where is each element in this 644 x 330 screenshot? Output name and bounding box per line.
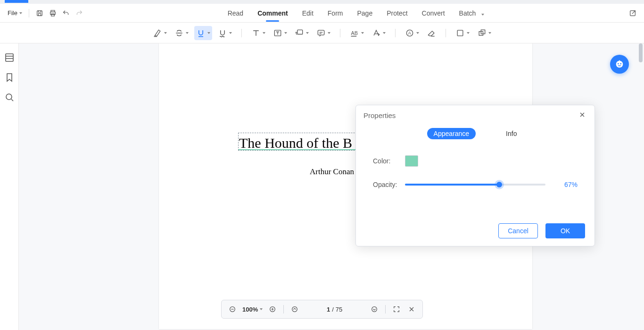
page-separator: / bbox=[332, 306, 334, 313]
tab-comment[interactable]: Comment bbox=[257, 9, 288, 17]
fullscreen-icon[interactable] bbox=[391, 304, 402, 314]
search-icon[interactable] bbox=[4, 92, 15, 103]
chevron-down-icon bbox=[164, 32, 167, 34]
svg-point-19 bbox=[620, 63, 621, 65]
note-tool[interactable] bbox=[314, 26, 332, 40]
title-tab-bar bbox=[0, 0, 644, 4]
divider bbox=[29, 9, 29, 17]
area-highlight-tool[interactable]: AB bbox=[348, 26, 366, 40]
svg-point-17 bbox=[616, 61, 623, 68]
external-link-icon[interactable] bbox=[626, 7, 639, 20]
scroll-up-icon[interactable] bbox=[289, 304, 300, 314]
tab-form[interactable]: Form bbox=[328, 9, 343, 17]
properties-dialog: Properties Appearance Info Color: Opacit… bbox=[355, 105, 595, 246]
slider-fill bbox=[405, 184, 499, 186]
zoom-value: 100% bbox=[242, 306, 258, 313]
highlight-tool[interactable] bbox=[151, 26, 169, 40]
svg-text:AB: AB bbox=[351, 30, 358, 36]
chevron-down-icon bbox=[207, 32, 210, 34]
file-menu-label: File bbox=[8, 9, 17, 17]
tab-page[interactable]: Page bbox=[357, 9, 372, 17]
replace-text-tool[interactable] bbox=[370, 26, 388, 40]
save-icon[interactable] bbox=[33, 7, 46, 20]
active-window-tab[interactable] bbox=[5, 0, 28, 3]
divider bbox=[385, 305, 386, 313]
chevron-down-icon bbox=[260, 308, 263, 310]
tab-convert[interactable]: Convert bbox=[422, 9, 445, 17]
svg-point-22 bbox=[292, 307, 297, 312]
tab-edit[interactable]: Edit bbox=[302, 9, 314, 17]
zoom-level[interactable]: 100% bbox=[242, 306, 263, 313]
file-menu[interactable]: File bbox=[5, 9, 25, 17]
close-icon[interactable] bbox=[578, 111, 587, 119]
main-tabs: Read Comment Edit Form Page Protect Conv… bbox=[86, 9, 626, 17]
svg-point-16 bbox=[6, 94, 12, 100]
callout-tool[interactable] bbox=[293, 26, 311, 40]
chevron-down-icon bbox=[19, 12, 22, 14]
svg-rect-4 bbox=[51, 14, 55, 16]
document-title: The Hound of the B bbox=[239, 135, 352, 151]
opacity-value: 67% bbox=[556, 181, 578, 188]
chevron-down-icon bbox=[481, 14, 484, 16]
divider bbox=[283, 305, 284, 313]
redo-icon[interactable] bbox=[73, 7, 86, 20]
color-swatch[interactable] bbox=[405, 155, 418, 167]
chevron-down-icon bbox=[416, 32, 419, 34]
chevron-down-icon bbox=[488, 32, 491, 34]
strikethrough-tool[interactable] bbox=[173, 26, 190, 40]
total-pages: 75 bbox=[336, 306, 342, 313]
dialog-tab-info[interactable]: Info bbox=[499, 128, 523, 139]
undo-icon[interactable] bbox=[59, 7, 73, 20]
textbox-tool[interactable] bbox=[271, 26, 289, 40]
left-sidebar bbox=[0, 43, 19, 330]
zoom-in-icon[interactable] bbox=[267, 304, 278, 314]
chevron-down-icon bbox=[263, 32, 265, 34]
svg-point-23 bbox=[372, 307, 377, 312]
dialog-tab-appearance[interactable]: Appearance bbox=[427, 128, 476, 139]
cancel-button[interactable]: Cancel bbox=[498, 223, 538, 238]
ai-assistant-button[interactable] bbox=[610, 55, 629, 74]
stamp-tool[interactable]: A bbox=[403, 26, 421, 40]
underline-tool[interactable] bbox=[194, 26, 212, 40]
scrollbar-thumb[interactable] bbox=[639, 43, 643, 62]
divider bbox=[395, 29, 396, 37]
top-toolbar: File Read Comment Edit Form Page Protect… bbox=[0, 4, 644, 23]
chevron-down-icon bbox=[186, 32, 189, 34]
comment-toolbar: AB A bbox=[0, 23, 644, 43]
divider bbox=[446, 29, 446, 37]
svg-point-18 bbox=[618, 63, 619, 65]
thumbnails-icon[interactable] bbox=[4, 52, 15, 63]
opacity-label: Opacity: bbox=[373, 181, 405, 188]
svg-rect-15 bbox=[6, 54, 13, 61]
svg-rect-0 bbox=[37, 10, 42, 16]
chevron-down-icon bbox=[361, 32, 364, 34]
tab-batch[interactable]: Batch bbox=[459, 9, 485, 17]
chevron-down-icon bbox=[467, 32, 470, 34]
color-label: Color: bbox=[373, 157, 405, 165]
svg-rect-1 bbox=[38, 13, 41, 16]
tab-read[interactable]: Read bbox=[228, 9, 243, 17]
distance-tool[interactable] bbox=[475, 26, 493, 40]
eraser-tool[interactable] bbox=[425, 26, 438, 40]
dialog-title: Properties bbox=[363, 111, 396, 119]
zoom-out-icon[interactable] bbox=[227, 304, 238, 314]
shape-tool[interactable] bbox=[454, 26, 471, 40]
bookmark-icon[interactable] bbox=[4, 72, 15, 83]
svg-text:A: A bbox=[408, 31, 412, 35]
tab-batch-label: Batch bbox=[459, 9, 476, 17]
slider-thumb[interactable] bbox=[496, 182, 502, 187]
ok-button[interactable]: OK bbox=[545, 223, 585, 238]
view-controls-bar: 100% 1 / 75 bbox=[221, 300, 423, 319]
svg-rect-8 bbox=[318, 30, 324, 35]
divider bbox=[241, 29, 242, 37]
close-view-icon[interactable] bbox=[406, 304, 417, 314]
text-tool[interactable] bbox=[249, 26, 267, 40]
squiggly-tool[interactable] bbox=[216, 26, 234, 40]
opacity-slider[interactable] bbox=[405, 184, 545, 186]
scroll-down-icon[interactable] bbox=[369, 304, 380, 314]
print-icon[interactable] bbox=[46, 7, 59, 20]
tab-protect[interactable]: Protect bbox=[387, 9, 407, 17]
chevron-down-icon bbox=[284, 32, 287, 34]
current-page[interactable]: 1 bbox=[327, 306, 330, 313]
chevron-down-icon bbox=[383, 32, 386, 34]
